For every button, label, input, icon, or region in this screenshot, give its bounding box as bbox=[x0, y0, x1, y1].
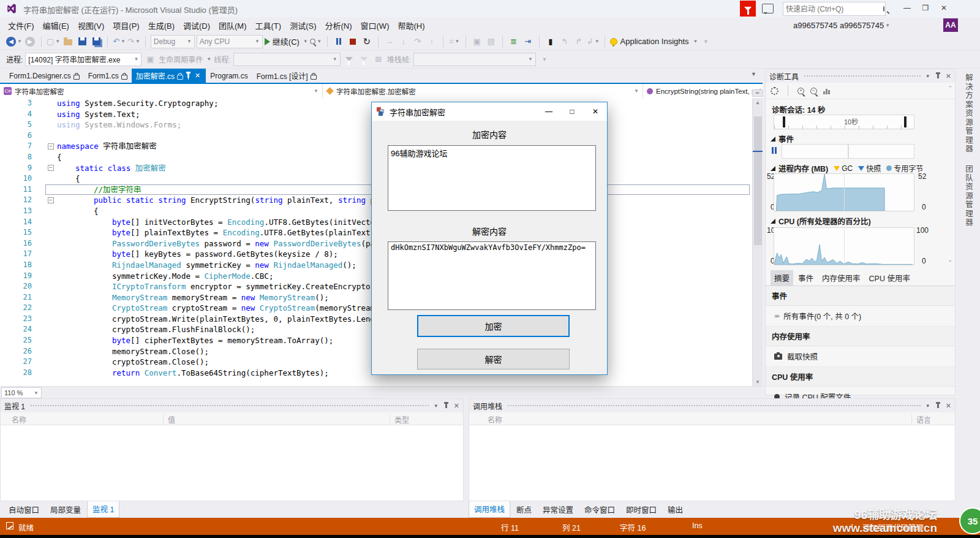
quick-launch-input[interactable] bbox=[783, 5, 883, 13]
window-menu-icon[interactable]: ▼ bbox=[925, 74, 930, 79]
next-bookmark-button[interactable]: ↱ bbox=[573, 35, 585, 48]
process-dropdown[interactable]: [14092] 字符串加密解密.exe▼ bbox=[25, 53, 141, 66]
column-value[interactable]: 值 bbox=[168, 414, 175, 425]
restart-button[interactable]: ↻ bbox=[361, 35, 373, 48]
column-language[interactable]: 语言 bbox=[916, 414, 931, 425]
take-snapshot-link[interactable]: 截取快照 bbox=[766, 346, 955, 367]
type-dropdown[interactable]: 字符串加密解密.加密解密▼ bbox=[323, 84, 643, 98]
immediate-window-button[interactable]: ▤ bbox=[485, 35, 497, 48]
restore-button[interactable]: ❐ bbox=[916, 1, 935, 15]
watch-grid-body[interactable] bbox=[1, 425, 463, 501]
application-insights-button[interactable]: Application Insights▼ bbox=[610, 35, 698, 48]
bottom-tab-right-2[interactable]: 异常设置 bbox=[538, 501, 578, 518]
pin-icon[interactable] bbox=[187, 74, 189, 78]
diag-tab-1[interactable]: 事件 bbox=[794, 270, 817, 286]
timeline-ruler[interactable]: 10秒 bbox=[774, 115, 914, 129]
show-next-statement-button[interactable]: → bbox=[383, 35, 396, 48]
indent-decrease-button[interactable]: ≣ bbox=[508, 35, 520, 48]
project-dropdown[interactable]: C# 字符串加密解密▼ bbox=[0, 84, 323, 98]
menu-item-8[interactable]: 测试(S) bbox=[285, 17, 320, 34]
menu-item-0[interactable]: 文件(F) bbox=[4, 17, 39, 34]
side-tab-1[interactable]: 团队资源管理器 bbox=[963, 165, 974, 227]
document-tab-1[interactable]: Form1.cs bbox=[84, 69, 132, 83]
cpu-section-header[interactable]: CPU (所有处理器的百分比) bbox=[766, 213, 876, 228]
member-dropdown[interactable]: EncryptString(string plainText, string p… bbox=[643, 84, 763, 98]
clear-bookmarks-button[interactable]: ↲▼ bbox=[587, 35, 600, 48]
dialog-close-button[interactable]: ✕ bbox=[584, 102, 607, 121]
editor-zoom-dropdown[interactable]: 110 %▼ bbox=[1, 387, 42, 398]
cpu-chart[interactable] bbox=[774, 227, 914, 265]
callstack-grid-body[interactable] bbox=[469, 425, 955, 501]
prev-bookmark-button[interactable]: ↰ bbox=[559, 35, 571, 48]
document-tab-4[interactable]: Form1.cs [设计] bbox=[252, 69, 321, 83]
menu-item-6[interactable]: 团队(M) bbox=[214, 17, 251, 34]
column-name[interactable]: 名称 bbox=[488, 414, 502, 425]
encrypt-button[interactable]: 加密 bbox=[417, 315, 570, 337]
diag-tab-0[interactable]: 摘要 bbox=[771, 270, 793, 286]
undo-button[interactable]: ↶▼ bbox=[113, 35, 126, 48]
menu-item-10[interactable]: 窗口(W) bbox=[356, 17, 394, 34]
pin-icon[interactable] bbox=[937, 74, 939, 78]
dialog-minimize-button[interactable]: — bbox=[537, 102, 560, 121]
window-menu-icon[interactable]: ▼ bbox=[434, 403, 439, 409]
panel-scroll-up-icon[interactable]: ⌃ bbox=[948, 85, 952, 91]
memory-chart[interactable] bbox=[774, 173, 914, 211]
bottom-tab-left-2[interactable]: 监视 1 bbox=[87, 501, 119, 518]
solution-configuration-dropdown[interactable]: Debug▼ bbox=[151, 35, 195, 48]
debugbar-overflow-button[interactable]: ▼ bbox=[538, 53, 551, 66]
collapse-region-icon[interactable]: − bbox=[48, 165, 54, 171]
thread-dropdown[interactable]: ▼ bbox=[233, 53, 341, 66]
pin-icon[interactable] bbox=[937, 404, 939, 408]
menu-item-7[interactable]: 工具(T) bbox=[251, 17, 286, 34]
document-tab-2[interactable]: 加密解密.cs✕ bbox=[132, 69, 206, 83]
add-to-source-control-button[interactable]: 添加到源代码管理 bbox=[862, 521, 924, 533]
close-panel-icon[interactable]: ✕ bbox=[946, 402, 951, 410]
save-button[interactable] bbox=[76, 35, 88, 48]
bottom-tab-right-5[interactable]: 输出 bbox=[663, 501, 688, 518]
menu-item-11[interactable]: 帮助(H) bbox=[393, 17, 429, 34]
navigate-back-button[interactable]: ◀▼ bbox=[6, 35, 22, 48]
bottom-tab-right-3[interactable]: 命令窗口 bbox=[579, 501, 620, 518]
callstack-title-bar[interactable]: 调用堆栈 ▼✕ bbox=[469, 399, 955, 412]
notification-filter-icon[interactable] bbox=[740, 1, 756, 17]
save-all-button[interactable] bbox=[90, 35, 102, 48]
lifecycle-events-icon[interactable]: ▣ bbox=[144, 53, 156, 66]
toolbar-overflow-button[interactable]: ▼ bbox=[700, 35, 712, 48]
redo-button[interactable]: ↷▼ bbox=[127, 35, 140, 48]
suspend-threads-icon[interactable]: ⊠ bbox=[372, 53, 385, 66]
watch-title-bar[interactable]: 监视 1 ▼✕ bbox=[1, 399, 463, 412]
code-analysis-button[interactable]: ⌗▼ bbox=[448, 35, 461, 48]
dialog-maximize-button[interactable]: □ bbox=[560, 102, 584, 121]
bottom-tab-right-0[interactable]: 调用堆栈 bbox=[469, 501, 510, 518]
indent-increase-button[interactable]: ⇥ bbox=[522, 35, 534, 48]
break-all-button[interactable] bbox=[333, 35, 345, 48]
decrypt-button[interactable]: 解密 bbox=[417, 349, 570, 369]
panel-scroll-down-icon[interactable]: ⌄ bbox=[948, 257, 952, 263]
quick-launch-search[interactable] bbox=[783, 2, 886, 16]
minimize-button[interactable]: — bbox=[898, 1, 916, 15]
side-tab-0[interactable]: 解决方案资源管理器 bbox=[963, 74, 974, 154]
step-over-button[interactable]: ↷ bbox=[412, 35, 424, 48]
menu-item-4[interactable]: 生成(B) bbox=[144, 17, 179, 34]
scrollbar-thumb[interactable] bbox=[754, 116, 762, 245]
menu-item-2[interactable]: 视图(V) bbox=[74, 17, 108, 34]
stackframe-dropdown[interactable]: ▼ bbox=[413, 53, 536, 66]
menu-item-9[interactable]: 分析(N) bbox=[320, 17, 356, 34]
encrypt-content-textbox[interactable]: 96辅助游戏论坛 bbox=[388, 145, 596, 211]
document-tab-0[interactable]: Form1.Designer.cs bbox=[5, 69, 84, 83]
menu-item-5[interactable]: 调试(D) bbox=[179, 17, 214, 34]
open-file-button[interactable] bbox=[62, 35, 74, 48]
avatar[interactable]: AA bbox=[943, 18, 958, 32]
account-menu[interactable]: a996575745 a996575745 ▼ bbox=[793, 18, 890, 32]
close-panel-icon[interactable]: ✕ bbox=[454, 402, 459, 410]
bottom-tab-right-4[interactable]: 即时窗口 bbox=[621, 501, 662, 518]
bookmark-button[interactable]: ▮ bbox=[545, 35, 557, 48]
pin-icon[interactable] bbox=[445, 404, 447, 408]
step-into-button[interactable]: ↓ bbox=[398, 35, 410, 48]
solution-platform-dropdown[interactable]: Any CPU▼ bbox=[197, 35, 263, 48]
new-project-button[interactable]: ▢▼ bbox=[47, 35, 60, 48]
settings-gear-icon[interactable] bbox=[771, 87, 778, 95]
tab-close-icon[interactable]: ✕ bbox=[194, 72, 202, 80]
close-panel-icon[interactable]: ✕ bbox=[946, 72, 951, 80]
publish-arrow-icon[interactable]: ↑ bbox=[850, 521, 854, 530]
